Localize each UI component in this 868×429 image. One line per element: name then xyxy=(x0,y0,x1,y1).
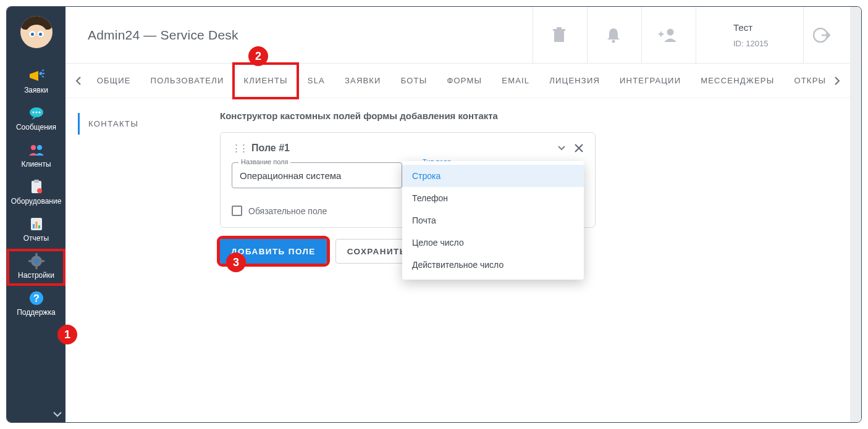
notifications-button[interactable] xyxy=(587,7,639,64)
sidebar-item-reports[interactable]: Отчеты xyxy=(7,212,65,249)
help-icon: ? xyxy=(7,289,65,307)
person-add-icon xyxy=(659,28,677,43)
annotation-2: 2 xyxy=(248,46,268,66)
tab-integrations[interactable]: ИНТЕГРАЦИИ xyxy=(610,64,691,98)
logout-icon xyxy=(813,27,830,44)
add-user-button[interactable] xyxy=(641,7,693,64)
people-icon xyxy=(7,141,65,159)
sidebar-item-label: Клиенты xyxy=(7,160,65,169)
svg-rect-16 xyxy=(35,253,37,256)
field-name-input[interactable] xyxy=(232,163,402,188)
svg-point-26 xyxy=(667,28,673,35)
svg-point-5 xyxy=(31,145,36,150)
svg-point-0 xyxy=(39,72,42,75)
gear-icon xyxy=(7,252,65,270)
svg-point-4 xyxy=(38,112,40,114)
annotation-3: 3 xyxy=(226,252,246,272)
delete-button[interactable] xyxy=(533,7,584,64)
svg-rect-23 xyxy=(553,29,565,31)
page-title: Admin24 — Service Desk xyxy=(88,28,530,43)
field-card: ⋮⋮ Поле #1 Название поля xyxy=(220,132,596,228)
tab-forms[interactable]: ФОРМЫ xyxy=(437,64,492,98)
required-label: Обязательное поле xyxy=(248,206,327,216)
user-name: Тест xyxy=(733,22,752,33)
annotation-1: 1 xyxy=(57,325,77,344)
dropdown-option-phone[interactable]: Телефон xyxy=(402,187,584,209)
panel: Конструктор кастомных полей формы добавл… xyxy=(220,110,850,422)
subnav: КОНТАКТЫ xyxy=(65,110,220,422)
sidebar-item-label: Поддержка xyxy=(7,308,65,317)
avatar[interactable] xyxy=(20,16,53,48)
sidebar-item-requests[interactable]: Заявки xyxy=(7,64,65,101)
svg-point-3 xyxy=(35,112,37,114)
dropdown-option-integer[interactable]: Целое число xyxy=(402,231,584,254)
sidebar-item-label: Настройки xyxy=(7,271,65,280)
svg-point-2 xyxy=(32,112,34,114)
dropdown-option-float[interactable]: Действительное число xyxy=(402,254,584,276)
drag-handle-icon[interactable]: ⋮⋮ xyxy=(232,143,246,154)
tab-open[interactable]: ОТКРЫ xyxy=(784,64,828,98)
subnav-contacts[interactable]: КОНТАКТЫ xyxy=(78,113,208,135)
svg-rect-18 xyxy=(28,260,32,262)
trash-icon xyxy=(552,27,566,43)
tab-general[interactable]: ОБЩИЕ xyxy=(87,64,141,98)
svg-rect-19 xyxy=(41,260,44,262)
panel-title: Конструктор кастомных полей формы добавл… xyxy=(220,110,825,121)
field-type-dropdown: Строка Телефон Почта Целое число Действи… xyxy=(402,161,584,280)
tab-sla[interactable]: SLA xyxy=(298,64,335,98)
sidebar-item-label: Сообщения xyxy=(7,123,65,131)
sidebar-item-messages[interactable]: Сообщения xyxy=(7,101,65,138)
sidebar: Заявки Сообщения Клиенты Оборудование xyxy=(7,7,65,422)
user-chip[interactable]: Тест ID: 12015 xyxy=(696,7,801,64)
svg-text:?: ? xyxy=(33,293,40,304)
chart-icon xyxy=(7,215,65,233)
tab-clients[interactable]: КЛИЕНТЫ xyxy=(234,64,297,98)
tabs-scroll-right[interactable] xyxy=(828,77,845,85)
user-id: ID: 12015 xyxy=(733,39,768,48)
tab-license[interactable]: ЛИЦЕНЗИЯ xyxy=(539,64,610,98)
chevron-down-icon[interactable] xyxy=(53,411,62,417)
main-area: Admin24 — Service Desk Тест ID: 12015 xyxy=(65,7,850,422)
sidebar-item-label: Заявки xyxy=(7,86,65,94)
dropdown-option-string[interactable]: Строка xyxy=(402,165,584,187)
logout-button[interactable] xyxy=(803,7,839,64)
tabs-scroll-left[interactable] xyxy=(70,77,87,85)
svg-rect-8 xyxy=(34,180,39,183)
dropdown-option-email[interactable]: Почта xyxy=(402,209,584,231)
required-checkbox[interactable] xyxy=(232,206,242,216)
scrollbar-vertical[interactable] xyxy=(850,7,861,422)
chevron-down-icon xyxy=(558,146,565,151)
svg-rect-28 xyxy=(660,31,662,36)
sidebar-item-equipment[interactable]: Оборудование xyxy=(7,175,65,212)
svg-point-25 xyxy=(612,40,615,43)
sidebar-item-clients[interactable]: Клиенты xyxy=(7,138,65,175)
tab-users[interactable]: ПОЛЬЗОВАТЕЛИ xyxy=(141,64,234,98)
sidebar-item-label: Оборудование xyxy=(7,197,65,206)
bell-icon xyxy=(607,27,620,43)
chat-icon xyxy=(7,104,65,122)
sidebar-item-settings[interactable]: Настройки xyxy=(7,249,65,286)
svg-point-9 xyxy=(37,188,42,193)
megaphone-icon xyxy=(7,67,65,85)
svg-rect-24 xyxy=(557,27,562,29)
settings-tabs: ОБЩИЕ ПОЛЬЗОВАТЕЛИ КЛИЕНТЫ SLA ЗАЯВКИ БО… xyxy=(65,64,850,98)
sidebar-item-support[interactable]: ? Поддержка xyxy=(7,286,65,323)
delete-field-button[interactable] xyxy=(574,143,584,153)
clipboard-icon xyxy=(7,178,65,196)
topbar: Admin24 — Service Desk Тест ID: 12015 xyxy=(65,7,850,64)
tab-email[interactable]: EMAIL xyxy=(492,64,539,98)
close-icon xyxy=(574,143,584,153)
svg-rect-22 xyxy=(554,31,564,42)
tab-bots[interactable]: БОТЫ xyxy=(391,64,437,98)
tab-requests[interactable]: ЗАЯВКИ xyxy=(335,64,391,98)
svg-rect-13 xyxy=(38,225,40,228)
card-title: Поле #1 xyxy=(251,143,553,154)
field-name-input-wrap: Название поля xyxy=(232,162,402,188)
collapse-toggle[interactable] xyxy=(558,146,565,151)
svg-point-6 xyxy=(37,145,42,150)
svg-rect-17 xyxy=(35,266,37,269)
tab-messengers[interactable]: МЕССЕНДЖЕРЫ xyxy=(691,64,784,98)
svg-rect-12 xyxy=(35,222,37,228)
svg-rect-11 xyxy=(33,224,35,228)
sidebar-item-label: Отчеты xyxy=(7,234,65,243)
